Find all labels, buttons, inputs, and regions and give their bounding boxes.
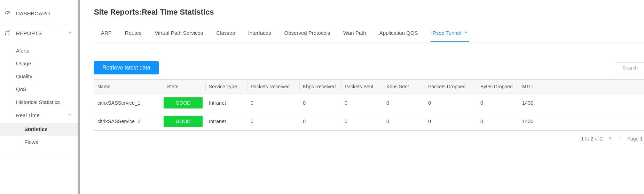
sidebar-item-alerts[interactable]: Alerts (0, 44, 78, 57)
tab-observed-protocols[interactable]: Observed Protocols (284, 26, 331, 42)
chevron-down-icon (67, 30, 73, 37)
tab-ipsec-tunnel[interactable]: IPsec Tunnel (431, 26, 469, 42)
sidebar-item-flows[interactable]: Flows (0, 136, 78, 148)
cell-bytes-dropped: 0 (477, 115, 519, 128)
col-kbps-received[interactable]: Kbps Received (299, 80, 341, 94)
cell-name: citrixSASService_1 (94, 97, 164, 109)
main-content: Site Reports:Real Time Statistics ARP Ro… (78, 0, 644, 194)
realtime-submenu: Statistics Flows (0, 122, 78, 149)
toolbar: Retrieve latest data Search (94, 61, 644, 74)
col-mtu[interactable]: MTU (519, 80, 550, 94)
col-state[interactable]: State (164, 80, 205, 94)
col-bytes-dropped[interactable]: Bytes Dropped (477, 80, 519, 94)
sidebar: DASHBOARD REPORTS Alerts Usage Quality Q (0, 0, 78, 194)
reports-submenu: Alerts Usage Quality QoS Historical Stat… (0, 43, 78, 153)
sidebar-item-reports[interactable]: REPORTS (0, 23, 78, 43)
tab-virtual-path-services[interactable]: Virtual Path Services (154, 26, 204, 42)
cell-name: citrixSASService_2 (94, 115, 164, 128)
cell-packets-received: 0 (247, 115, 299, 128)
tab-interfaces[interactable]: Interfaces (248, 26, 272, 42)
sidebar-item-historical[interactable]: Historical Statistics (0, 96, 78, 108)
col-service-type[interactable]: Service Type (205, 80, 247, 94)
cell-packets-received: 0 (247, 97, 299, 109)
state-badge: GOOD (164, 97, 203, 108)
table-row[interactable]: citrixSASService_2 GOOD Intranet 0 0 0 0… (94, 112, 644, 130)
cell-packets-sent: 0 (341, 97, 383, 109)
cell-packets-dropped: 0 (425, 97, 477, 109)
reports-label: REPORTS (16, 30, 42, 36)
sidebar-item-qos[interactable]: QoS (0, 83, 78, 96)
statistics-table: Name State Service Type Packets Received… (94, 79, 644, 131)
sidebar-item-quality[interactable]: Quality (0, 70, 78, 83)
tab-wan-path[interactable]: Wan Path (343, 26, 367, 42)
pagination: 1 to 2 of 2 Page 1 (94, 131, 644, 142)
page-range: 1 to 2 of 2 (581, 136, 603, 142)
cell-mtu: 1430 (519, 115, 550, 128)
col-packets-received[interactable]: Packets Received (247, 80, 299, 94)
cell-state: GOOD (164, 94, 205, 112)
tab-ipsec-label: IPsec Tunnel (431, 30, 462, 36)
col-kbps-sent[interactable]: Kbps Sent (383, 80, 425, 94)
tab-arp[interactable]: ARP (100, 26, 112, 42)
page-title: Site Reports:Real Time Statistics (94, 8, 644, 17)
retrieve-latest-data-button[interactable]: Retrieve latest data (94, 61, 159, 74)
page-label: Page 1 (627, 136, 643, 142)
cell-service-type: Intranet (205, 97, 247, 109)
search-button[interactable]: Search (616, 62, 644, 73)
col-packets-dropped[interactable]: Packets Dropped (425, 80, 477, 94)
col-name[interactable]: Name (94, 80, 164, 94)
cell-service-type: Intranet (205, 115, 247, 128)
chevron-down-icon (463, 30, 468, 36)
cell-packets-sent: 0 (341, 115, 383, 128)
sidebar-item-dashboard[interactable]: DASHBOARD (0, 3, 78, 23)
cell-bytes-dropped: 0 (477, 97, 519, 109)
state-badge: GOOD (164, 116, 203, 127)
page-first-button[interactable] (608, 136, 613, 142)
dashboard-label: DASHBOARD (16, 10, 50, 16)
sidebar-item-realtime[interactable]: Real Time (0, 108, 78, 122)
svg-point-0 (7, 14, 8, 14)
chevron-down-icon (67, 112, 73, 119)
table-row[interactable]: citrixSASService_1 GOOD Intranet 0 0 0 0… (94, 94, 644, 112)
cell-mtu: 1430 (519, 97, 550, 109)
tab-routes[interactable]: Routes (124, 26, 142, 42)
sidebar-item-statistics[interactable]: Statistics (0, 123, 78, 136)
cell-state: GOOD (164, 112, 205, 130)
cell-kbps-sent: 0 (383, 115, 425, 128)
cell-kbps-sent: 0 (383, 97, 425, 109)
cell-kbps-received: 0 (299, 97, 341, 109)
tab-bar: ARP Routes Virtual Path Services Classes… (94, 23, 644, 42)
table-header: Name State Service Type Packets Received… (94, 80, 644, 94)
col-packets-sent[interactable]: Packets Sent (341, 80, 383, 94)
page-prev-button[interactable] (618, 136, 622, 142)
cell-packets-dropped: 0 (425, 115, 477, 128)
tab-application-qos[interactable]: Application QOS (379, 26, 419, 42)
dashboard-icon (4, 10, 11, 17)
sidebar-item-usage[interactable]: Usage (0, 57, 78, 70)
realtime-label: Real Time (16, 112, 40, 118)
cell-kbps-received: 0 (299, 115, 341, 128)
reports-icon (4, 30, 11, 37)
tab-classes[interactable]: Classes (215, 26, 235, 42)
